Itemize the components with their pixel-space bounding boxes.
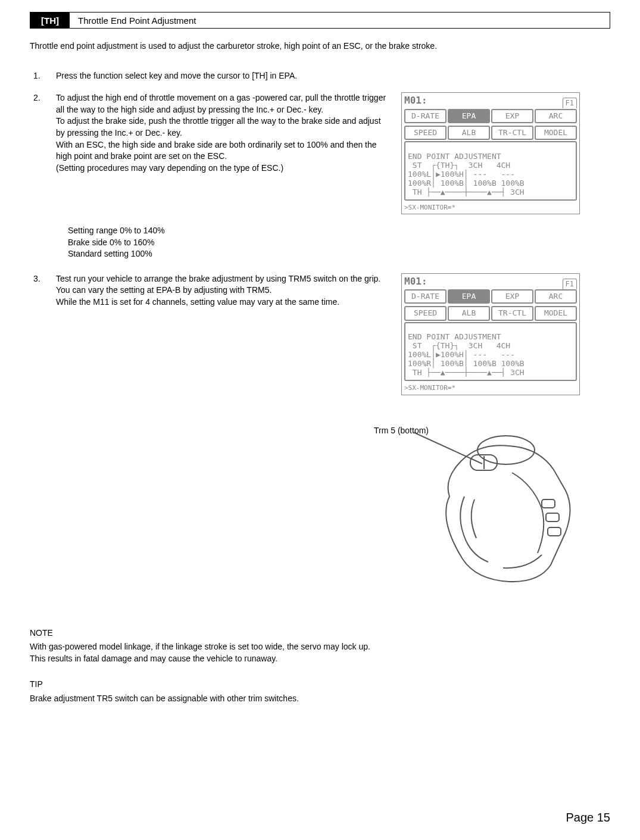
lcd2-tab-model: MODEL xyxy=(535,306,577,320)
step-2-line3: With an ESC, the high side and brake sid… xyxy=(56,139,389,163)
lcd-body-title: END POINT ADJUSTMENT xyxy=(408,152,501,161)
lcd2-body-l1: ST ┌{TH}┐ 3CH 4CH xyxy=(408,341,510,350)
svg-rect-6 xyxy=(548,527,561,536)
intro-text: Throttle end point adjustment is used to… xyxy=(30,40,610,52)
setting-standard: Standard setting 100% xyxy=(68,248,610,260)
section-header: [TH] Throttle End Point Adjustment xyxy=(30,12,610,29)
lcd-footer: >SX-MONITOR=* xyxy=(402,203,579,214)
lcd-body-l3: 100%R│ 100%B│ 100%B 100%B xyxy=(408,179,525,188)
lcd-screenshot-2: M01: F1 D-RATE EPA EXP ARC SPEED ALB TR-… xyxy=(401,273,580,395)
note-heading: NOTE xyxy=(30,627,387,639)
step-2-number: 2. xyxy=(30,92,44,104)
lcd2-body-th: TH ├──▲────┼────▲──┤ 3CH xyxy=(408,368,525,377)
lcd-tab-drate: D-RATE xyxy=(404,109,447,123)
lcd-tab-exp: EXP xyxy=(491,109,533,123)
lcd2-tab-exp: EXP xyxy=(491,289,533,304)
step-2-line2: To adjust the brake side, push the throt… xyxy=(56,115,389,139)
setting-brake: Brake side 0% to 160% xyxy=(68,237,610,249)
lcd-model: M01: xyxy=(404,94,427,107)
header-title: Throttle End Point Adjustment xyxy=(70,13,204,28)
lcd2-body-l3: 100%R│ 100%B│ 100%B 100%B xyxy=(408,359,525,368)
setting-range: Setting range 0% to 140% xyxy=(68,225,610,237)
lcd2-f1: F1 xyxy=(563,279,577,289)
lcd2-body-title: END POINT ADJUSTMENT xyxy=(408,332,501,341)
lcd2-tab-alb: ALB xyxy=(448,306,490,320)
lcd-tab-model: MODEL xyxy=(535,126,577,140)
step-2-line1: To adjust the high end of throttle movem… xyxy=(56,92,389,115)
svg-point-1 xyxy=(477,436,535,464)
tip-body: Brake adjustment TR5 switch can be assig… xyxy=(30,693,387,705)
svg-line-0 xyxy=(414,431,482,464)
note-body: With gas-powered model linkage, if the l… xyxy=(30,641,387,664)
svg-rect-4 xyxy=(542,499,555,508)
lcd-tab-epa: EPA xyxy=(448,109,490,123)
header-tag: [TH] xyxy=(30,13,70,28)
lcd-body-th: TH ├──▲────┼────▲──┤ 3CH xyxy=(408,188,525,196)
tip-heading: TIP xyxy=(30,679,387,691)
lcd2-tab-epa: EPA xyxy=(448,289,490,304)
lcd2-body-l2: 100%L│▶100%H│ --- --- xyxy=(408,350,515,359)
lcd-body-l1: ST ┌{TH}┐ 3CH 4CH xyxy=(408,161,510,170)
svg-rect-5 xyxy=(546,513,559,522)
lcd-tab-alb: ALB xyxy=(448,126,490,140)
step-1-number: 1. xyxy=(30,70,44,82)
lcd-tab-trctl: TR-CTL xyxy=(491,126,533,140)
page-number: Page 15 xyxy=(566,809,610,826)
lcd2-tab-arc: ARC xyxy=(535,289,577,304)
lcd2-tab-trctl: TR-CTL xyxy=(491,306,533,320)
lcd-f1: F1 xyxy=(563,98,577,108)
lcd-body-l2: 100%L│▶100%H│ --- --- xyxy=(408,170,515,179)
step-1-body: Press the function select key and move t… xyxy=(56,70,389,82)
step-3-line2: While the M11 is set for 4 channels, set… xyxy=(56,296,389,308)
transmitter-illustration xyxy=(414,413,592,592)
step-2-line4: (Setting procedures may vary depending o… xyxy=(56,163,389,174)
lcd-tab-arc: ARC xyxy=(535,109,577,123)
lcd-screenshot-1: M01: F1 D-RATE EPA EXP ARC SPEED ALB TR-… xyxy=(401,92,580,214)
lcd2-tab-drate: D-RATE xyxy=(404,289,447,304)
lcd2-tab-speed: SPEED xyxy=(404,306,447,320)
lcd-tab-speed: SPEED xyxy=(404,126,447,140)
lcd2-footer: >SX-MONITOR=* xyxy=(402,383,579,394)
step-3-line1: Test run your vehicle to arrange the bra… xyxy=(56,273,389,296)
step-3-number: 3. xyxy=(30,273,44,285)
lcd2-model: M01: xyxy=(404,275,427,288)
